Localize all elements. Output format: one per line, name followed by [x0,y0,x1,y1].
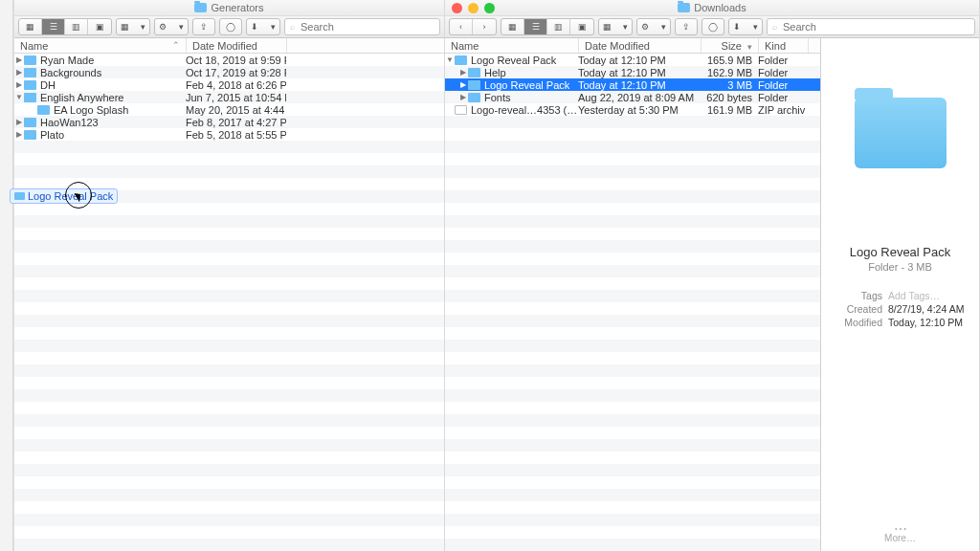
titlebar[interactable]: Downloads [445,0,979,16]
list-view-button[interactable]: ☰ [524,19,547,34]
group-by-button[interactable]: ▦▾ [116,18,150,35]
file-date: Today at 12:10 PM [578,55,701,66]
action-menu-button[interactable]: ⚙▾ [636,18,671,35]
search-field[interactable]: ⌕ [284,18,440,35]
col-date[interactable]: Date Modified [187,38,287,53]
file-size: 161.9 MB [701,104,758,116]
file-name: Logo-reveal…4353 (1).zip [471,104,578,116]
disclosure-triangle-icon[interactable]: ▼ [445,55,455,64]
zoom-icon[interactable] [484,3,495,13]
traffic-lights[interactable] [452,3,495,13]
file-name: Fonts [484,92,578,103]
list-item[interactable]: ▶BackgroundsOct 17, 2019 at 9:28 PM [14,66,444,78]
tags-label: Tags [831,290,882,301]
view-switcher[interactable]: ▦ ☰ ▥ ▣ [18,18,112,35]
nav-buttons: ‹ › [449,18,497,35]
modified-label: Modified [831,317,882,328]
column-view-button[interactable]: ▥ [547,19,570,34]
search-icon: ⌕ [290,23,295,32]
file-size: 165.9 MB [701,55,758,66]
icon-view-button[interactable]: ▦ [19,19,42,34]
file-name: DH [40,79,186,91]
gallery-view-button[interactable]: ▣ [88,19,111,34]
disclosure-triangle-icon[interactable]: ▶ [14,118,24,126]
title-text: Generators [211,2,263,13]
col-kind[interactable]: Kind [759,38,809,53]
dropbox-button[interactable]: ⬇▾ [246,18,280,35]
disclosure-triangle-icon[interactable]: ▶ [14,55,24,64]
column-view-button[interactable]: ▥ [65,19,88,34]
created-value: 8/27/19, 4:24 AM [888,303,964,315]
file-kind: Folder [758,67,808,78]
dropbox-button[interactable]: ⬇▾ [728,18,763,35]
titlebar[interactable]: Generators [14,0,444,16]
list-item[interactable]: ▶HaoWan123Feb 8, 2017 at 4:27 PM [14,116,444,128]
list-item[interactable]: ▶Ryan MadeOct 18, 2019 at 9:59 PM [14,54,444,66]
file-date: Oct 17, 2019 at 9:28 PM [186,67,286,78]
search-field[interactable]: ⌕ [767,18,975,35]
list-item[interactable]: ▶FontsAug 22, 2019 at 8:09 AM620 bytesFo… [445,91,820,103]
group-by-button[interactable]: ▦▾ [598,18,633,35]
list-item[interactable]: Logo-reveal…4353 (1).zipYesterday at 5:3… [445,103,820,116]
disclosure-triangle-icon[interactable]: ▶ [14,68,24,77]
column-headers[interactable]: Name⌃Date Modified [14,38,444,54]
icon-view-button[interactable]: ▦ [501,19,524,34]
preview-more[interactable]: ⋯ More… [821,525,979,543]
file-name: English Anywhere [40,92,186,103]
folder-icon [24,55,36,65]
disclosure-triangle-icon[interactable]: ▶ [458,93,468,101]
list-item[interactable]: ▼English AnywhereJun 7, 2015 at 10:54 PM [14,91,444,103]
file-name: EA Logo Splash [54,104,186,116]
list-item[interactable]: ▶DHFeb 4, 2018 at 6:26 PM [14,78,444,91]
back-button[interactable]: ‹ [450,19,473,34]
file-date: Feb 5, 2018 at 5:55 PM [186,129,286,141]
folder-icon [678,3,690,12]
file-date: Oct 18, 2019 at 9:59 PM [186,55,286,66]
finder-window-downloads: Downloads ‹ › ▦ ☰ ▥ ▣ ▦▾ ⚙▾ ⇪ ◯ ⬇▾ ⌕ [445,0,980,551]
file-name: Backgrounds [40,67,186,78]
col-date[interactable]: Date Modified [579,38,702,53]
search-input[interactable] [781,20,969,33]
list-item[interactable]: ▶Logo Reveal PackToday at 12:10 PM3 MBFo… [445,78,820,91]
minimize-icon[interactable] [468,3,479,13]
forward-button[interactable]: › [473,19,496,34]
tags-button[interactable]: ◯ [219,18,242,35]
column-headers[interactable]: NameDate ModifiedSize▾Kind [445,38,820,54]
folder-icon [194,3,207,12]
share-button[interactable]: ⇪ [192,18,215,35]
disclosure-triangle-icon[interactable]: ▶ [458,80,468,89]
disclosure-triangle-icon[interactable]: ▶ [14,80,24,89]
tags-button[interactable]: ◯ [702,18,724,35]
folder-icon [468,93,480,102]
list-item[interactable]: ▼Logo Reveal PackToday at 12:10 PM165.9 … [445,54,820,66]
list-item[interactable]: EA Logo SplashMay 20, 2015 at 4:44 PM [14,103,444,116]
folder-icon [455,55,467,65]
file-list[interactable]: ▼Logo Reveal PackToday at 12:10 PM165.9 … [445,54,820,551]
view-switcher[interactable]: ▦ ☰ ▥ ▣ [501,18,594,35]
col-size[interactable]: Size▾ [702,38,759,53]
col-name[interactable]: Name⌃ [14,38,187,53]
file-kind: Folder [758,55,808,66]
file-size: 3 MB [701,79,758,91]
file-list[interactable]: ▶Ryan MadeOct 18, 2019 at 9:59 PM▶Backgr… [14,54,444,551]
folder-icon [14,192,25,200]
gallery-view-button[interactable]: ▣ [570,19,593,34]
disclosure-triangle-icon[interactable]: ▶ [458,68,468,77]
disclosure-triangle-icon[interactable]: ▼ [14,93,24,101]
tags-field[interactable]: Add Tags… [888,290,940,301]
file-size: 162.9 MB [701,67,758,78]
list-item[interactable]: ▶HelpToday at 12:10 PM162.9 MBFolder [445,66,820,78]
file-date: Jun 7, 2015 at 10:54 PM [186,92,286,103]
file-name: Plato [40,129,186,141]
action-menu-button[interactable]: ⚙▾ [154,18,189,35]
list-item[interactable]: ▶PlatoFeb 5, 2018 at 5:55 PM [14,128,444,141]
close-icon[interactable] [452,3,462,13]
share-button[interactable]: ⇪ [675,18,698,35]
toolbar: ‹ › ▦ ☰ ▥ ▣ ▦▾ ⚙▾ ⇪ ◯ ⬇▾ ⌕ [445,16,979,38]
file-kind: ZIP archiv [758,104,808,116]
disclosure-triangle-icon[interactable]: ▶ [14,130,24,139]
window-title: Generators [194,2,263,13]
list-view-button[interactable]: ☰ [42,19,65,34]
col-name[interactable]: Name [445,38,579,53]
search-input[interactable] [299,20,434,33]
